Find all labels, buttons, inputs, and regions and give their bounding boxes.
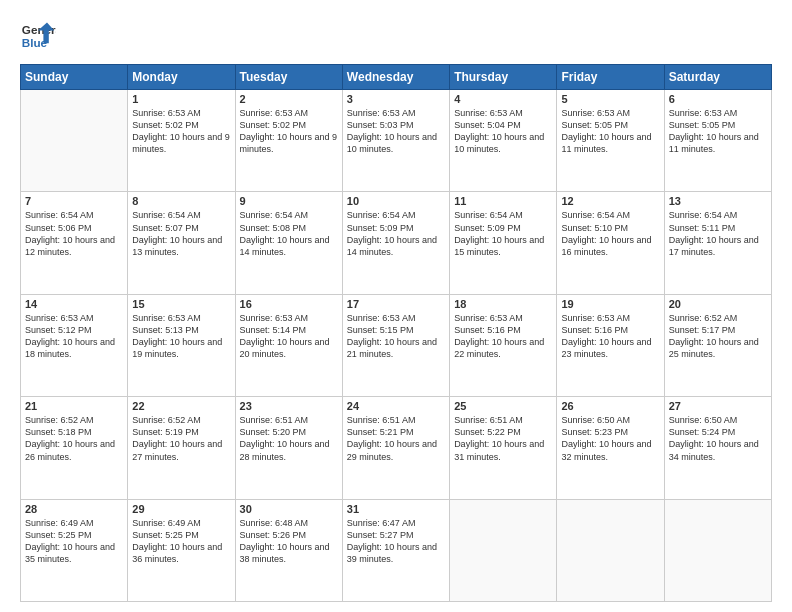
calendar-cell: 31 Sunrise: 6:47 AM Sunset: 5:27 PM Dayl… bbox=[342, 499, 449, 601]
page: General Blue SundayMondayTuesdayWednesda… bbox=[0, 0, 792, 612]
cell-info: Sunrise: 6:54 AM Sunset: 5:11 PM Dayligh… bbox=[669, 209, 767, 258]
calendar-cell bbox=[21, 90, 128, 192]
cell-info: Sunrise: 6:50 AM Sunset: 5:23 PM Dayligh… bbox=[561, 414, 659, 463]
weekday-header: Monday bbox=[128, 65, 235, 90]
weekday-header: Friday bbox=[557, 65, 664, 90]
cell-info: Sunrise: 6:53 AM Sunset: 5:16 PM Dayligh… bbox=[561, 312, 659, 361]
day-number: 11 bbox=[454, 195, 552, 207]
cell-info: Sunrise: 6:49 AM Sunset: 5:25 PM Dayligh… bbox=[25, 517, 123, 566]
calendar-cell: 18 Sunrise: 6:53 AM Sunset: 5:16 PM Dayl… bbox=[450, 294, 557, 396]
cell-info: Sunrise: 6:49 AM Sunset: 5:25 PM Dayligh… bbox=[132, 517, 230, 566]
calendar-body: 1 Sunrise: 6:53 AM Sunset: 5:02 PM Dayli… bbox=[21, 90, 772, 602]
day-number: 20 bbox=[669, 298, 767, 310]
calendar-cell: 20 Sunrise: 6:52 AM Sunset: 5:17 PM Dayl… bbox=[664, 294, 771, 396]
cell-info: Sunrise: 6:54 AM Sunset: 5:09 PM Dayligh… bbox=[347, 209, 445, 258]
calendar-cell: 16 Sunrise: 6:53 AM Sunset: 5:14 PM Dayl… bbox=[235, 294, 342, 396]
calendar-cell: 17 Sunrise: 6:53 AM Sunset: 5:15 PM Dayl… bbox=[342, 294, 449, 396]
day-number: 12 bbox=[561, 195, 659, 207]
cell-info: Sunrise: 6:47 AM Sunset: 5:27 PM Dayligh… bbox=[347, 517, 445, 566]
calendar-cell: 5 Sunrise: 6:53 AM Sunset: 5:05 PM Dayli… bbox=[557, 90, 664, 192]
weekday-header: Saturday bbox=[664, 65, 771, 90]
calendar-week-row: 1 Sunrise: 6:53 AM Sunset: 5:02 PM Dayli… bbox=[21, 90, 772, 192]
day-number: 17 bbox=[347, 298, 445, 310]
day-number: 30 bbox=[240, 503, 338, 515]
cell-info: Sunrise: 6:53 AM Sunset: 5:02 PM Dayligh… bbox=[132, 107, 230, 156]
cell-info: Sunrise: 6:53 AM Sunset: 5:04 PM Dayligh… bbox=[454, 107, 552, 156]
calendar-cell: 21 Sunrise: 6:52 AM Sunset: 5:18 PM Dayl… bbox=[21, 397, 128, 499]
calendar-cell: 24 Sunrise: 6:51 AM Sunset: 5:21 PM Dayl… bbox=[342, 397, 449, 499]
calendar-cell: 9 Sunrise: 6:54 AM Sunset: 5:08 PM Dayli… bbox=[235, 192, 342, 294]
cell-info: Sunrise: 6:53 AM Sunset: 5:16 PM Dayligh… bbox=[454, 312, 552, 361]
calendar-cell: 14 Sunrise: 6:53 AM Sunset: 5:12 PM Dayl… bbox=[21, 294, 128, 396]
day-number: 16 bbox=[240, 298, 338, 310]
cell-info: Sunrise: 6:54 AM Sunset: 5:07 PM Dayligh… bbox=[132, 209, 230, 258]
weekday-header: Tuesday bbox=[235, 65, 342, 90]
cell-info: Sunrise: 6:54 AM Sunset: 5:09 PM Dayligh… bbox=[454, 209, 552, 258]
cell-info: Sunrise: 6:51 AM Sunset: 5:20 PM Dayligh… bbox=[240, 414, 338, 463]
cell-info: Sunrise: 6:53 AM Sunset: 5:03 PM Dayligh… bbox=[347, 107, 445, 156]
cell-info: Sunrise: 6:53 AM Sunset: 5:14 PM Dayligh… bbox=[240, 312, 338, 361]
day-number: 15 bbox=[132, 298, 230, 310]
cell-info: Sunrise: 6:51 AM Sunset: 5:22 PM Dayligh… bbox=[454, 414, 552, 463]
weekday-header: Sunday bbox=[21, 65, 128, 90]
day-number: 18 bbox=[454, 298, 552, 310]
day-number: 21 bbox=[25, 400, 123, 412]
calendar-cell: 1 Sunrise: 6:53 AM Sunset: 5:02 PM Dayli… bbox=[128, 90, 235, 192]
cell-info: Sunrise: 6:52 AM Sunset: 5:17 PM Dayligh… bbox=[669, 312, 767, 361]
calendar-cell: 3 Sunrise: 6:53 AM Sunset: 5:03 PM Dayli… bbox=[342, 90, 449, 192]
day-number: 14 bbox=[25, 298, 123, 310]
calendar-cell: 26 Sunrise: 6:50 AM Sunset: 5:23 PM Dayl… bbox=[557, 397, 664, 499]
day-number: 27 bbox=[669, 400, 767, 412]
day-number: 9 bbox=[240, 195, 338, 207]
day-number: 7 bbox=[25, 195, 123, 207]
calendar-header-row: SundayMondayTuesdayWednesdayThursdayFrid… bbox=[21, 65, 772, 90]
cell-info: Sunrise: 6:53 AM Sunset: 5:05 PM Dayligh… bbox=[669, 107, 767, 156]
cell-info: Sunrise: 6:53 AM Sunset: 5:15 PM Dayligh… bbox=[347, 312, 445, 361]
calendar-cell: 23 Sunrise: 6:51 AM Sunset: 5:20 PM Dayl… bbox=[235, 397, 342, 499]
cell-info: Sunrise: 6:51 AM Sunset: 5:21 PM Dayligh… bbox=[347, 414, 445, 463]
calendar-cell: 13 Sunrise: 6:54 AM Sunset: 5:11 PM Dayl… bbox=[664, 192, 771, 294]
day-number: 5 bbox=[561, 93, 659, 105]
calendar-cell: 30 Sunrise: 6:48 AM Sunset: 5:26 PM Dayl… bbox=[235, 499, 342, 601]
day-number: 19 bbox=[561, 298, 659, 310]
day-number: 26 bbox=[561, 400, 659, 412]
day-number: 24 bbox=[347, 400, 445, 412]
cell-info: Sunrise: 6:50 AM Sunset: 5:24 PM Dayligh… bbox=[669, 414, 767, 463]
cell-info: Sunrise: 6:54 AM Sunset: 5:08 PM Dayligh… bbox=[240, 209, 338, 258]
day-number: 13 bbox=[669, 195, 767, 207]
calendar-cell: 29 Sunrise: 6:49 AM Sunset: 5:25 PM Dayl… bbox=[128, 499, 235, 601]
calendar-week-row: 28 Sunrise: 6:49 AM Sunset: 5:25 PM Dayl… bbox=[21, 499, 772, 601]
calendar-cell: 19 Sunrise: 6:53 AM Sunset: 5:16 PM Dayl… bbox=[557, 294, 664, 396]
calendar-cell: 4 Sunrise: 6:53 AM Sunset: 5:04 PM Dayli… bbox=[450, 90, 557, 192]
calendar-table: SundayMondayTuesdayWednesdayThursdayFrid… bbox=[20, 64, 772, 602]
cell-info: Sunrise: 6:48 AM Sunset: 5:26 PM Dayligh… bbox=[240, 517, 338, 566]
cell-info: Sunrise: 6:53 AM Sunset: 5:12 PM Dayligh… bbox=[25, 312, 123, 361]
day-number: 22 bbox=[132, 400, 230, 412]
calendar-cell bbox=[664, 499, 771, 601]
cell-info: Sunrise: 6:54 AM Sunset: 5:10 PM Dayligh… bbox=[561, 209, 659, 258]
logo: General Blue bbox=[20, 18, 56, 54]
calendar-cell: 6 Sunrise: 6:53 AM Sunset: 5:05 PM Dayli… bbox=[664, 90, 771, 192]
cell-info: Sunrise: 6:54 AM Sunset: 5:06 PM Dayligh… bbox=[25, 209, 123, 258]
calendar-cell bbox=[557, 499, 664, 601]
calendar-cell: 27 Sunrise: 6:50 AM Sunset: 5:24 PM Dayl… bbox=[664, 397, 771, 499]
day-number: 4 bbox=[454, 93, 552, 105]
day-number: 10 bbox=[347, 195, 445, 207]
day-number: 3 bbox=[347, 93, 445, 105]
calendar-cell: 10 Sunrise: 6:54 AM Sunset: 5:09 PM Dayl… bbox=[342, 192, 449, 294]
calendar-week-row: 7 Sunrise: 6:54 AM Sunset: 5:06 PM Dayli… bbox=[21, 192, 772, 294]
calendar-cell: 8 Sunrise: 6:54 AM Sunset: 5:07 PM Dayli… bbox=[128, 192, 235, 294]
calendar-cell: 7 Sunrise: 6:54 AM Sunset: 5:06 PM Dayli… bbox=[21, 192, 128, 294]
day-number: 6 bbox=[669, 93, 767, 105]
calendar-cell: 11 Sunrise: 6:54 AM Sunset: 5:09 PM Dayl… bbox=[450, 192, 557, 294]
calendar-cell bbox=[450, 499, 557, 601]
calendar-cell: 28 Sunrise: 6:49 AM Sunset: 5:25 PM Dayl… bbox=[21, 499, 128, 601]
logo-icon: General Blue bbox=[20, 18, 56, 54]
day-number: 8 bbox=[132, 195, 230, 207]
calendar-cell: 22 Sunrise: 6:52 AM Sunset: 5:19 PM Dayl… bbox=[128, 397, 235, 499]
calendar-cell: 12 Sunrise: 6:54 AM Sunset: 5:10 PM Dayl… bbox=[557, 192, 664, 294]
calendar-cell: 15 Sunrise: 6:53 AM Sunset: 5:13 PM Dayl… bbox=[128, 294, 235, 396]
day-number: 1 bbox=[132, 93, 230, 105]
cell-info: Sunrise: 6:52 AM Sunset: 5:18 PM Dayligh… bbox=[25, 414, 123, 463]
calendar-cell: 2 Sunrise: 6:53 AM Sunset: 5:02 PM Dayli… bbox=[235, 90, 342, 192]
